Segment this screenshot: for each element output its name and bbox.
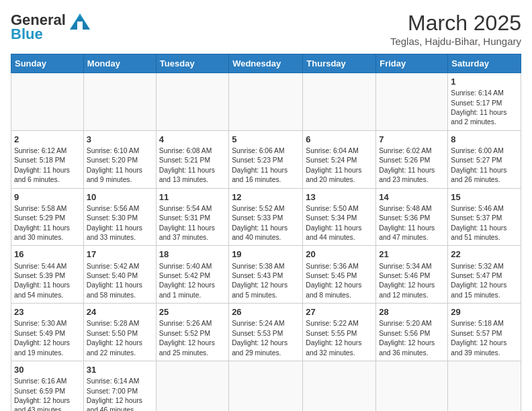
day-info: Sunrise: 5:54 AM Sunset: 5:31 PM Dayligh… [159, 204, 226, 243]
day-number: 9 [14, 191, 81, 203]
logo: General Blue [11, 11, 93, 43]
calendar-cell: 2Sunrise: 6:12 AM Sunset: 5:18 PM Daylig… [11, 130, 84, 188]
day-number: 20 [306, 248, 373, 261]
calendar-cell: 13Sunrise: 5:50 AM Sunset: 5:34 PM Dayli… [303, 188, 376, 246]
day-info: Sunrise: 5:50 AM Sunset: 5:34 PM Dayligh… [306, 204, 373, 243]
day-number: 22 [451, 248, 518, 261]
day-info: Sunrise: 6:12 AM Sunset: 5:18 PM Dayligh… [14, 146, 81, 185]
day-number: 24 [87, 306, 153, 318]
svg-rect-2 [77, 21, 83, 30]
calendar-cell: 30Sunrise: 6:16 AM Sunset: 6:59 PM Dayli… [11, 361, 84, 411]
day-number: 29 [451, 306, 518, 318]
calendar-cell [156, 73, 228, 131]
calendar-week-row: 30Sunrise: 6:16 AM Sunset: 6:59 PM Dayli… [11, 361, 521, 411]
weekday-header-wednesday: Wednesday [229, 54, 303, 73]
weekday-header-monday: Monday [83, 54, 156, 73]
logo-blue-text: Blue [11, 26, 43, 43]
day-number: 30 [14, 364, 81, 376]
day-info: Sunrise: 5:34 AM Sunset: 5:46 PM Dayligh… [379, 262, 445, 301]
weekday-header-tuesday: Tuesday [156, 54, 228, 73]
calendar-cell [376, 361, 448, 411]
day-info: Sunrise: 5:44 AM Sunset: 5:39 PM Dayligh… [14, 262, 81, 301]
calendar-cell: 25Sunrise: 5:26 AM Sunset: 5:52 PM Dayli… [156, 304, 228, 361]
calendar-cell [303, 73, 376, 131]
calendar-cell: 29Sunrise: 5:18 AM Sunset: 5:57 PM Dayli… [448, 304, 521, 361]
day-number: 31 [87, 364, 153, 376]
day-info: Sunrise: 5:32 AM Sunset: 5:47 PM Dayligh… [451, 262, 518, 301]
day-info: Sunrise: 6:04 AM Sunset: 5:24 PM Dayligh… [306, 146, 373, 185]
day-info: Sunrise: 5:56 AM Sunset: 5:30 PM Dayligh… [87, 204, 153, 243]
day-info: Sunrise: 6:14 AM Sunset: 7:00 PM Dayligh… [87, 377, 153, 411]
calendar-cell: 4Sunrise: 6:08 AM Sunset: 5:21 PM Daylig… [156, 130, 228, 188]
day-info: Sunrise: 6:00 AM Sunset: 5:27 PM Dayligh… [451, 146, 518, 185]
day-number: 10 [87, 191, 153, 203]
calendar-cell: 10Sunrise: 5:56 AM Sunset: 5:30 PM Dayli… [83, 188, 156, 246]
day-number: 21 [379, 248, 445, 261]
calendar-cell [156, 361, 228, 411]
title-area: March 2025 Teglas, Hajdu-Bihar, Hungary [390, 11, 521, 47]
logo-icon [67, 11, 93, 30]
calendar-cell: 9Sunrise: 5:58 AM Sunset: 5:29 PM Daylig… [11, 188, 84, 246]
day-info: Sunrise: 5:52 AM Sunset: 5:33 PM Dayligh… [232, 204, 300, 243]
calendar-cell: 14Sunrise: 5:48 AM Sunset: 5:36 PM Dayli… [376, 188, 448, 246]
day-number: 5 [232, 134, 300, 146]
day-number: 11 [159, 191, 226, 203]
day-number: 14 [379, 191, 445, 203]
day-info: Sunrise: 5:18 AM Sunset: 5:57 PM Dayligh… [451, 319, 518, 358]
day-info: Sunrise: 6:14 AM Sunset: 5:17 PM Dayligh… [451, 89, 518, 128]
calendar-table: SundayMondayTuesdayWednesdayThursdayFrid… [11, 54, 521, 411]
calendar-cell [229, 73, 303, 131]
calendar-cell: 22Sunrise: 5:32 AM Sunset: 5:47 PM Dayli… [448, 246, 521, 304]
day-info: Sunrise: 5:58 AM Sunset: 5:29 PM Dayligh… [14, 204, 81, 243]
calendar-cell: 15Sunrise: 5:46 AM Sunset: 5:37 PM Dayli… [448, 188, 521, 246]
day-number: 17 [87, 248, 153, 261]
calendar-cell: 23Sunrise: 5:30 AM Sunset: 5:49 PM Dayli… [11, 304, 84, 361]
month-year-title: March 2025 [390, 11, 521, 36]
day-info: Sunrise: 5:22 AM Sunset: 5:55 PM Dayligh… [306, 319, 373, 358]
calendar-week-row: 1Sunrise: 6:14 AM Sunset: 5:17 PM Daylig… [11, 73, 521, 131]
day-number: 27 [306, 306, 373, 318]
day-info: Sunrise: 5:38 AM Sunset: 5:43 PM Dayligh… [232, 262, 300, 301]
weekday-header-saturday: Saturday [448, 54, 521, 73]
calendar-week-row: 16Sunrise: 5:44 AM Sunset: 5:39 PM Dayli… [11, 246, 521, 304]
day-info: Sunrise: 5:20 AM Sunset: 5:56 PM Dayligh… [379, 319, 445, 358]
calendar-cell: 27Sunrise: 5:22 AM Sunset: 5:55 PM Dayli… [303, 304, 376, 361]
day-number: 4 [159, 134, 226, 146]
day-info: Sunrise: 6:10 AM Sunset: 5:20 PM Dayligh… [87, 146, 153, 185]
calendar-cell: 28Sunrise: 5:20 AM Sunset: 5:56 PM Dayli… [376, 304, 448, 361]
day-info: Sunrise: 5:28 AM Sunset: 5:50 PM Dayligh… [87, 319, 153, 358]
calendar-week-row: 2Sunrise: 6:12 AM Sunset: 5:18 PM Daylig… [11, 130, 521, 188]
calendar-cell [376, 73, 448, 131]
location-subtitle: Teglas, Hajdu-Bihar, Hungary [390, 36, 521, 47]
day-info: Sunrise: 5:46 AM Sunset: 5:37 PM Dayligh… [451, 204, 518, 243]
weekday-header-thursday: Thursday [303, 54, 376, 73]
day-number: 1 [451, 76, 518, 88]
day-number: 3 [87, 134, 153, 146]
calendar-week-row: 23Sunrise: 5:30 AM Sunset: 5:49 PM Dayli… [11, 304, 521, 361]
calendar-cell [303, 361, 376, 411]
day-info: Sunrise: 5:26 AM Sunset: 5:52 PM Dayligh… [159, 319, 226, 358]
calendar-cell: 16Sunrise: 5:44 AM Sunset: 5:39 PM Dayli… [11, 246, 84, 304]
calendar-cell: 1Sunrise: 6:14 AM Sunset: 5:17 PM Daylig… [448, 73, 521, 131]
day-number: 2 [14, 134, 81, 146]
calendar-cell: 5Sunrise: 6:06 AM Sunset: 5:23 PM Daylig… [229, 130, 303, 188]
calendar-cell: 18Sunrise: 5:40 AM Sunset: 5:42 PM Dayli… [156, 246, 228, 304]
calendar-cell: 21Sunrise: 5:34 AM Sunset: 5:46 PM Dayli… [376, 246, 448, 304]
calendar-week-row: 9Sunrise: 5:58 AM Sunset: 5:29 PM Daylig… [11, 188, 521, 246]
calendar-cell [11, 73, 84, 131]
day-number: 7 [379, 134, 445, 146]
day-info: Sunrise: 5:30 AM Sunset: 5:49 PM Dayligh… [14, 319, 81, 358]
weekday-header-sunday: Sunday [11, 54, 84, 73]
day-number: 16 [14, 248, 81, 261]
calendar-cell [83, 73, 156, 131]
day-number: 25 [159, 306, 226, 318]
calendar-cell: 24Sunrise: 5:28 AM Sunset: 5:50 PM Dayli… [83, 304, 156, 361]
day-number: 8 [451, 134, 518, 146]
day-info: Sunrise: 5:48 AM Sunset: 5:36 PM Dayligh… [379, 204, 445, 243]
calendar-cell: 11Sunrise: 5:54 AM Sunset: 5:31 PM Dayli… [156, 188, 228, 246]
day-info: Sunrise: 6:16 AM Sunset: 6:59 PM Dayligh… [14, 377, 81, 411]
day-info: Sunrise: 5:36 AM Sunset: 5:45 PM Dayligh… [306, 262, 373, 301]
calendar-cell: 26Sunrise: 5:24 AM Sunset: 5:53 PM Dayli… [229, 304, 303, 361]
calendar-cell: 20Sunrise: 5:36 AM Sunset: 5:45 PM Dayli… [303, 246, 376, 304]
weekday-header-row: SundayMondayTuesdayWednesdayThursdayFrid… [11, 54, 521, 73]
